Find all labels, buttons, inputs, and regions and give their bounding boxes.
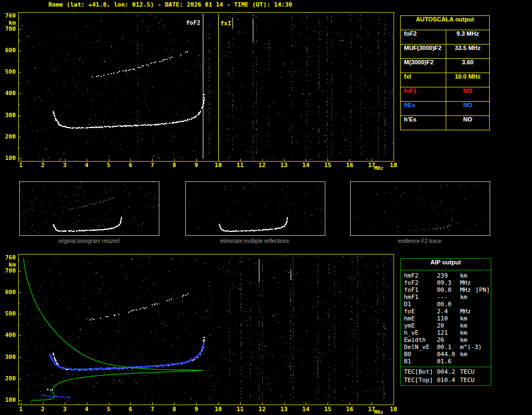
thumbnail-canvas-original xyxy=(20,182,159,235)
x-tick-label: 4 xyxy=(81,406,92,413)
aip-row-extra xyxy=(475,358,491,365)
x-tick-label: 5 xyxy=(103,406,114,413)
ionogram-plot-top: foF2 fxI xyxy=(18,12,394,162)
x-tick-label: 11 xyxy=(235,406,246,413)
x-tick-label: 18 xyxy=(388,162,399,169)
aip-row-unit: km xyxy=(460,315,475,322)
thumbnail-evidence-f2 xyxy=(350,181,490,236)
x-tick-label: 11 xyxy=(235,162,246,169)
autoscala-row-value: 10.0 MHz xyxy=(446,73,489,87)
aip-row-value: 00.0 xyxy=(437,301,460,308)
aip-row-name: hmE xyxy=(401,315,437,322)
thumbnail-caption-reflections: eliminate multiple reflections xyxy=(185,238,325,244)
autoscala-row-label: fxI xyxy=(401,73,446,87)
header-title: Rome (lat: +41.8, lon: 012.5) - DATE: 20… xyxy=(48,1,292,8)
x-tick-label: 16 xyxy=(344,406,355,413)
aip-table-title: AIP output xyxy=(401,259,491,270)
aip-row-extra xyxy=(475,368,491,377)
aip-row-unit: km xyxy=(460,336,475,344)
autoscala-row: h'EsNO xyxy=(401,116,489,130)
aip-row: Ewidth26km xyxy=(401,336,491,344)
aip-row-extra: [PN] xyxy=(475,286,491,294)
y-tick-label: 400 xyxy=(1,90,16,97)
aip-row-extra xyxy=(475,272,491,279)
aip-row-name: h_vE xyxy=(401,329,437,336)
x-axis-unit-label: MHz xyxy=(372,410,386,415)
aip-row: ymE20km xyxy=(401,322,491,329)
aip-row-extra xyxy=(475,315,491,322)
x-tick-label: 13 xyxy=(279,406,290,413)
y-tick-label: 100 xyxy=(1,155,16,162)
x-tick-label: 15 xyxy=(322,162,333,169)
x-tick-label: 12 xyxy=(257,162,268,169)
autoscala-row-label: ftEs xyxy=(401,102,446,115)
x-tick-label: 10 xyxy=(213,162,224,169)
autoscala-row-label: MUF(3000)F2 xyxy=(401,45,446,58)
x-tick-label: 15 xyxy=(322,406,333,413)
y-tick-label: 760 xyxy=(1,13,16,19)
y-tick-label: 760 xyxy=(1,254,16,261)
aip-row-extra xyxy=(475,377,491,384)
aip-row-name: ymE xyxy=(401,322,437,329)
y-tick-label: 500 xyxy=(1,311,16,317)
x-tick-label: 13 xyxy=(279,162,290,169)
autoscala-window: Rome (lat: +41.8, lon: 012.5) - DATE: 20… xyxy=(0,0,532,415)
aip-row-extra xyxy=(475,301,491,308)
aip-row-unit xyxy=(460,358,475,365)
aip-row-name: hmF1 xyxy=(401,294,437,301)
foF2-marker-label: foF2 xyxy=(182,19,201,26)
aip-row-extra xyxy=(475,294,491,301)
aip-row-value: 20 xyxy=(437,322,460,329)
thumbnail-original-ionogram xyxy=(19,181,159,236)
y-tick-label: 200 xyxy=(1,134,16,140)
x-tick-label: 18 xyxy=(388,406,399,413)
autoscala-row-value: 33.5 MHz xyxy=(446,45,489,58)
aip-row-name: TEC[Top] xyxy=(401,377,437,384)
aip-row-value: 004.2 xyxy=(437,368,460,377)
aip-row-value: 121 xyxy=(437,329,460,336)
x-tick-label: 16 xyxy=(344,162,355,169)
x-tick-label: 14 xyxy=(300,162,311,169)
thumbnail-eliminate-reflections xyxy=(185,181,325,236)
x-tick-label: 2 xyxy=(37,162,48,169)
aip-row-name: DelN_vE xyxy=(401,344,437,351)
aip-row-extra xyxy=(475,308,491,315)
aip-row-unit: km xyxy=(460,329,475,336)
thumbnail-caption-original: original ionogram resized xyxy=(19,238,159,244)
aip-row-name: foF1 xyxy=(401,286,437,294)
autoscala-row-label: h'Es xyxy=(401,116,446,130)
x-tick-label: 7 xyxy=(147,406,158,413)
x-tick-label: 7 xyxy=(147,162,158,169)
aip-row-value: 2.4 xyxy=(437,308,460,315)
y-tick-label: 500 xyxy=(1,69,16,75)
aip-row-value: 044.0 xyxy=(437,351,460,358)
aip-row-value: 09.3 xyxy=(437,279,460,286)
x-tick-label: 4 xyxy=(81,162,92,169)
x-tick-label: 10 xyxy=(213,406,224,413)
aip-row-extra xyxy=(475,322,491,329)
aip-row-value: 110 xyxy=(437,315,460,322)
ionogram-canvas-bottom xyxy=(19,254,394,405)
aip-row-value: 00.0 xyxy=(437,286,460,294)
aip-row: hmF1---km xyxy=(401,294,491,301)
y-axis-unit-label: km xyxy=(1,262,16,268)
autoscala-row-value: 3.60 xyxy=(446,59,489,73)
thumbnail-canvas-reflections xyxy=(186,182,325,235)
x-tick-label: 1 xyxy=(15,406,26,413)
aip-row-name: Ewidth xyxy=(401,336,437,344)
autoscala-row-value: NO xyxy=(446,102,489,115)
x-tick-label: 8 xyxy=(169,406,180,413)
aip-row-name: D1 xyxy=(401,301,437,308)
fxI-marker-label: fxI xyxy=(220,20,231,27)
x-tick-label: 9 xyxy=(191,406,202,413)
y-tick-label: 200 xyxy=(1,375,16,382)
autoscala-table-rows: foF29.3 MHzMUF(3000)F233.5 MHzM(3000)F23… xyxy=(401,30,489,130)
aip-row: TEC[Top]010.4TECU xyxy=(401,377,491,384)
thumbnail-canvas-evidence xyxy=(351,182,490,235)
x-axis-unit-label: MHz xyxy=(372,165,386,172)
aip-row-unit: km xyxy=(460,294,475,301)
x-tick-label: 3 xyxy=(59,406,70,413)
aip-row-value: 01.6 xyxy=(437,358,460,365)
aip-row-value: --- xyxy=(437,294,460,301)
aip-row: hmE110km xyxy=(401,315,491,322)
